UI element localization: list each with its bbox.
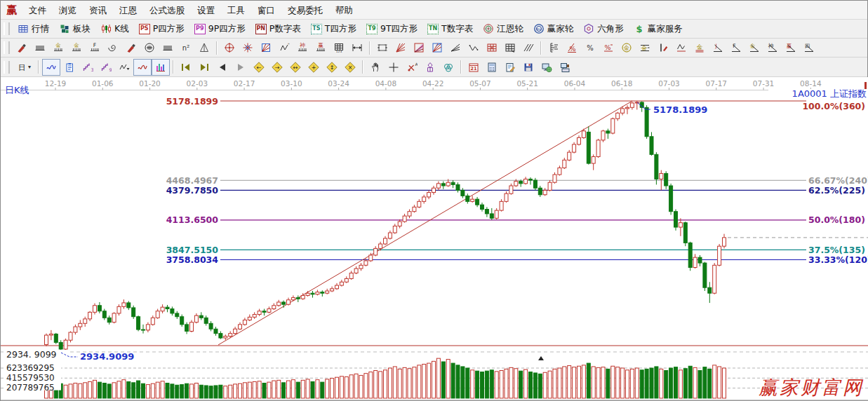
- amplitude-wave-button[interactable]: [672, 39, 690, 56]
- cycle-circle-button[interactable]: [140, 39, 159, 56]
- percent-line-button[interactable]: %: [599, 39, 617, 56]
- trend-curve-button[interactable]: [42, 59, 60, 76]
- quotes-button[interactable]: 行情: [13, 21, 54, 37]
- toolbar-grip[interactable]: [4, 61, 10, 74]
- period-day-button[interactable]: 日▾: [13, 59, 35, 76]
- width-measure-button[interactable]: [348, 39, 366, 56]
- red-grid-button[interactable]: [483, 39, 501, 56]
- menu-item-tools[interactable]: 工具: [221, 3, 251, 18]
- calendar-button[interactable]: 21: [465, 59, 483, 76]
- menu-item-file[interactable]: 文件: [22, 3, 53, 18]
- spiral-button[interactable]: [104, 39, 122, 56]
- cycle-9-button[interactable]: 9: [97, 59, 115, 76]
- red-wave-button[interactable]: [133, 59, 152, 76]
- comb-2-button[interactable]: [159, 39, 177, 56]
- menu-item-gann[interactable]: 江恩: [113, 3, 143, 18]
- fan-box-button[interactable]: [410, 39, 428, 56]
- diamond-move-button[interactable]: ×: [341, 59, 359, 76]
- count-grid-button[interactable]: 123: [330, 39, 348, 56]
- ornament-button[interactable]: [421, 59, 439, 76]
- menu-item-browse[interactable]: 浏览: [53, 3, 83, 18]
- shen-angle-button[interactable]: 神: [763, 39, 782, 56]
- calculator-button[interactable]: [483, 59, 501, 76]
- spider-web-button[interactable]: [257, 39, 275, 56]
- shen-comb-button[interactable]: 神: [293, 39, 312, 56]
- knot-button[interactable]: [439, 59, 458, 76]
- gold-angle-button[interactable]: 金: [745, 39, 763, 56]
- winner-service-button[interactable]: $赢家服务: [629, 21, 688, 37]
- black-grid-button[interactable]: [501, 39, 519, 56]
- delete-drawing-button[interactable]: A: [403, 59, 421, 76]
- menu-item-help[interactable]: 帮助: [329, 3, 359, 18]
- diamond-left-button[interactable]: ←: [250, 59, 268, 76]
- four-angle-button[interactable]: 四: [800, 39, 818, 56]
- time-comb-button[interactable]: [31, 39, 49, 56]
- nav-next-button[interactable]: [232, 59, 250, 76]
- win-angle-button[interactable]: 赢: [782, 39, 800, 56]
- toolbar-grip[interactable]: [4, 22, 10, 35]
- svg-text:→: →: [275, 64, 280, 70]
- n-square-button[interactable]: n²: [177, 39, 195, 56]
- parallel-lines-button[interactable]: [519, 39, 538, 56]
- menu-item-trade[interactable]: 交易委托: [281, 3, 329, 18]
- prism-button[interactable]: [195, 39, 213, 56]
- angle-rays-button[interactable]: [446, 39, 465, 56]
- hand-button[interactable]: [366, 59, 385, 76]
- box-frame-button[interactable]: [373, 39, 392, 56]
- pen-marker-button[interactable]: [654, 39, 672, 56]
- p-square-button[interactable]: PSP四方形: [134, 21, 189, 37]
- f-angle-button[interactable]: F: [727, 39, 745, 56]
- t-square-button[interactable]: TST四方形: [306, 21, 361, 37]
- menu-item-window[interactable]: 窗口: [251, 3, 281, 18]
- kline-button[interactable]: K线: [95, 21, 134, 37]
- menu-item-news[interactable]: 资讯: [83, 3, 113, 18]
- 9t-square-button[interactable]: T99T四方形: [361, 21, 422, 37]
- nav-first-button[interactable]: [177, 59, 195, 76]
- gann-target-button[interactable]: [220, 39, 239, 56]
- toolbar-grip[interactable]: [4, 41, 10, 54]
- winner-wheel-button[interactable]: Big赢家轮: [528, 21, 579, 37]
- pen-2-button[interactable]: [122, 39, 140, 56]
- menu-item-formula-pick[interactable]: 公式选股: [143, 3, 191, 18]
- chart-canvas[interactable]: 12-1901-0601-2002-0302-1703-1003-2404-08…: [1, 77, 868, 401]
- diamond-h-expand-button[interactable]: ↔: [286, 59, 305, 76]
- memo-button[interactable]: [501, 59, 519, 76]
- percent-button[interactable]: %: [581, 39, 599, 56]
- hexagon-button[interactable]: 六角形: [578, 21, 629, 37]
- crosshair-button[interactable]: [385, 59, 403, 76]
- starburst-button[interactable]: [239, 39, 257, 56]
- info-board-button[interactable]: [60, 59, 79, 76]
- price-ruler-button[interactable]: [545, 39, 563, 56]
- nav-prev-button[interactable]: [213, 59, 232, 76]
- zigzag-select-button[interactable]: [115, 59, 133, 76]
- 9p-square-button[interactable]: P99P四方形: [189, 21, 251, 37]
- fan-arc-box-button[interactable]: [428, 39, 446, 56]
- cycle-3-button[interactable]: 3: [79, 59, 97, 76]
- percent-slash-button[interactable]: %: [563, 39, 581, 56]
- sectors-button[interactable]: 板块: [54, 21, 95, 37]
- gold-underline-button[interactable]: 金: [690, 39, 709, 56]
- gann-fan-button[interactable]: [392, 39, 410, 56]
- gold-comb-1-button[interactable]: 金: [49, 39, 67, 56]
- gold-comb-2-button[interactable]: 金: [67, 39, 86, 56]
- fib-comb-button[interactable]: F: [86, 39, 104, 56]
- save-button[interactable]: [519, 59, 538, 76]
- win-comb-button[interactable]: 赢: [312, 39, 330, 56]
- zigzag-button[interactable]: ": [275, 39, 293, 56]
- gold-levels-button[interactable]: 金: [636, 39, 654, 56]
- color-histogram-button[interactable]: [152, 59, 170, 76]
- wave-line-button[interactable]: [465, 39, 483, 56]
- draw-pen-button[interactable]: [13, 39, 31, 56]
- diamond-cross-button[interactable]: +: [305, 59, 323, 76]
- j-angle-button[interactable]: J: [709, 39, 727, 56]
- diamond-v-expand-button[interactable]: ↕: [323, 59, 341, 76]
- p-digit-table-button[interactable]: PNP数字表: [251, 21, 306, 37]
- gann-wheel-button[interactable]: 江恩轮: [478, 21, 528, 37]
- diamond-right-button[interactable]: →: [268, 59, 286, 76]
- t-digit-table-button[interactable]: TNT数字表: [422, 21, 478, 37]
- nav-last-button[interactable]: [195, 59, 213, 76]
- print-button[interactable]: [556, 59, 574, 76]
- menu-item-settings[interactable]: 设置: [191, 3, 221, 18]
- network-button[interactable]: [538, 59, 556, 76]
- gold-coin-button[interactable]: 金: [617, 39, 636, 56]
